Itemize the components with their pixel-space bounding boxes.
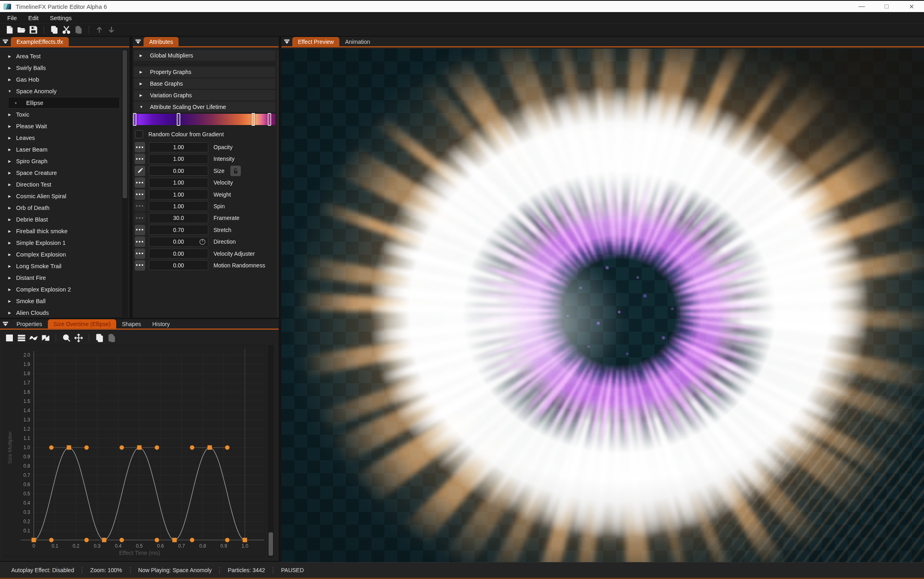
framerate-value-field[interactable]: 30.0 bbox=[149, 213, 208, 223]
intensity-value-field[interactable]: 1.00 bbox=[149, 154, 208, 164]
tree-item-cosmic-alien-spiral[interactable]: ▶Cosmic Alien Spiral bbox=[0, 190, 121, 202]
edit-graph-button[interactable] bbox=[135, 166, 145, 176]
tab-history[interactable]: History bbox=[147, 319, 176, 329]
step-curve-button[interactable] bbox=[39, 333, 51, 343]
chevron-right-icon[interactable]: ▶ bbox=[7, 264, 12, 268]
tree-item-complex-explosion[interactable]: ▶Complex Explosion bbox=[0, 248, 121, 260]
chevron-down-icon[interactable]: ▼ bbox=[7, 89, 12, 93]
chevron-right-icon[interactable]: ▶ bbox=[7, 311, 12, 315]
open-folder-button[interactable] bbox=[15, 25, 27, 35]
graph-scrollbar[interactable] bbox=[268, 345, 274, 557]
section-base-graphs[interactable]: ▶Base Graphs bbox=[134, 78, 275, 89]
tab-shapes[interactable]: Shapes bbox=[116, 319, 146, 329]
random-colour-checkbox[interactable] bbox=[135, 130, 143, 138]
direction-value-field[interactable]: 0.00 bbox=[149, 237, 208, 247]
tree-item-direction-test[interactable]: ▶Direction Test bbox=[0, 179, 121, 190]
chevron-right-icon[interactable]: ▶ bbox=[7, 206, 12, 210]
zoom-in-button[interactable] bbox=[60, 333, 72, 343]
tab-size-overtime-ellipse-[interactable]: Size Overtime (Ellipse) bbox=[48, 319, 116, 329]
close-button[interactable]: × bbox=[899, 1, 924, 12]
gradient-handle[interactable] bbox=[252, 113, 255, 126]
tree-item-debrie-blast[interactable]: ▶Debrie Blast bbox=[0, 214, 121, 225]
new-file-button[interactable] bbox=[3, 25, 15, 35]
tree-item-smoke-ball[interactable]: ▶Smoke Ball bbox=[0, 295, 121, 307]
tree-item-gas-hob[interactable]: ▶Gas Hob bbox=[0, 74, 121, 85]
move-button[interactable] bbox=[72, 333, 84, 343]
section-attribute-scaling-over-lifetime[interactable]: ▼Attribute Scaling Over Lifetime bbox=[134, 102, 275, 112]
options-button[interactable]: ●●● bbox=[135, 248, 145, 259]
chevron-right-icon[interactable]: ▶ bbox=[7, 171, 12, 175]
scrollbar-thumb[interactable] bbox=[123, 50, 127, 198]
motion-randomness-value-field[interactable]: 0.00 bbox=[149, 260, 208, 270]
gradient-handle[interactable] bbox=[133, 113, 136, 126]
scrollbar-thumb[interactable] bbox=[269, 532, 273, 556]
filter-icon[interactable] bbox=[133, 37, 144, 46]
lock-button[interactable] bbox=[230, 166, 241, 176]
chevron-right-icon[interactable]: ▶ bbox=[7, 78, 12, 82]
tree-item-laser-beam[interactable]: ▶Laser Beam bbox=[0, 144, 121, 155]
tree-item-alien-clouds[interactable]: ▶Alien Clouds bbox=[0, 307, 121, 316]
opacity-value-field[interactable]: 1.00 bbox=[149, 142, 208, 152]
weight-value-field[interactable]: 1.00 bbox=[149, 189, 208, 199]
square-button[interactable] bbox=[3, 333, 15, 343]
gradient-handle[interactable] bbox=[268, 113, 271, 126]
chevron-right-icon[interactable]: ▶ bbox=[7, 136, 12, 140]
lifetime-colour-gradient[interactable] bbox=[134, 114, 275, 125]
chevron-right-icon[interactable]: ▶ bbox=[7, 148, 12, 152]
chevron-right-icon[interactable]: ▶ bbox=[7, 66, 12, 70]
tab-attributes[interactable]: Attributes bbox=[144, 37, 179, 46]
tree-item-distant-fire[interactable]: ▶Distant Fire bbox=[0, 272, 121, 283]
filter-icon[interactable] bbox=[0, 37, 11, 46]
tree-item-orb-of-death[interactable]: ▶Orb of Death bbox=[0, 202, 121, 214]
chevron-right-icon[interactable]: ▶ bbox=[7, 299, 12, 303]
maximize-button[interactable]: □ bbox=[874, 1, 899, 12]
tree-item-long-smoke-trail[interactable]: ▶Long Smoke Trail bbox=[0, 260, 121, 272]
copy-button[interactable] bbox=[48, 25, 60, 35]
effect-preview-viewport[interactable] bbox=[281, 49, 924, 562]
section-property-graphs[interactable]: ▶Property Graphs bbox=[134, 67, 275, 77]
options-button[interactable]: ●●● bbox=[135, 177, 145, 188]
size-value-field[interactable]: 0.00 bbox=[149, 166, 208, 176]
graph-area[interactable]: 0.10.20.30.40.50.60.70.80.91.01.11.21.31… bbox=[3, 345, 265, 557]
spin-value-field[interactable]: 1.00 bbox=[149, 201, 208, 211]
tree-item-fireball-thick-smoke[interactable]: ▶Fireball thick smoke bbox=[0, 225, 121, 237]
effects-tree-scrollbar[interactable] bbox=[122, 49, 128, 317]
tab-exampleeffects-tfx[interactable]: ExampleEffects.tfx bbox=[11, 37, 69, 46]
tree-item-ellipse[interactable]: ●Ellipse bbox=[0, 97, 121, 109]
filter-icon[interactable] bbox=[281, 37, 292, 46]
cut-button[interactable] bbox=[60, 25, 72, 35]
copy-button[interactable] bbox=[93, 333, 105, 343]
chevron-right-icon[interactable]: ▶ bbox=[7, 124, 12, 128]
gradient-handle[interactable] bbox=[177, 113, 180, 126]
chevron-right-icon[interactable]: ▶ bbox=[7, 194, 12, 198]
menu-button[interactable] bbox=[15, 333, 27, 343]
menu-edit[interactable]: Edit bbox=[23, 14, 44, 21]
tab-properties[interactable]: Properties bbox=[11, 319, 48, 329]
chevron-right-icon[interactable]: ▶ bbox=[7, 229, 12, 233]
tab-effect-preview[interactable]: Effect Preview bbox=[292, 37, 339, 46]
tree-item-leaves[interactable]: ▶Leaves bbox=[0, 132, 121, 144]
velocity-adjuster-value-field[interactable]: 0.00 bbox=[149, 248, 208, 259]
tab-animation[interactable]: Animation bbox=[339, 37, 376, 46]
options-button[interactable]: ●●● bbox=[135, 142, 145, 152]
tree-item-please-wait[interactable]: ▶Please Wait bbox=[0, 120, 121, 132]
chevron-right-icon[interactable]: ▶ bbox=[7, 218, 12, 222]
stretch-value-field[interactable]: 0.70 bbox=[149, 225, 208, 235]
chevron-right-icon[interactable]: ▶ bbox=[7, 113, 12, 117]
minimize-button[interactable]: — bbox=[849, 1, 874, 12]
options-button[interactable]: ●●● bbox=[135, 236, 145, 247]
chevron-right-icon[interactable]: ▶ bbox=[7, 54, 12, 58]
tree-item-area-test[interactable]: ▶Area Test bbox=[0, 50, 121, 62]
options-button[interactable]: ●●● bbox=[135, 260, 145, 271]
chevron-right-icon[interactable]: ▶ bbox=[7, 241, 12, 245]
section-global-multipliers[interactable]: ▶Global Multipliers bbox=[134, 50, 275, 61]
options-button[interactable]: ●●● bbox=[135, 225, 145, 235]
chevron-right-icon[interactable]: ▶ bbox=[7, 276, 12, 280]
options-button[interactable]: ●●● bbox=[135, 154, 145, 164]
menu-file[interactable]: File bbox=[2, 14, 23, 21]
tree-item-space-anomoly[interactable]: ▼Space Anomoly bbox=[0, 85, 121, 97]
size-overtime-chart[interactable]: 0.10.20.30.40.50.60.70.80.91.01.11.21.31… bbox=[4, 345, 266, 558]
sine-curve-button[interactable] bbox=[27, 333, 39, 343]
section-variation-graphs[interactable]: ▶Variation Graphs bbox=[134, 90, 275, 101]
tree-item-space-creature[interactable]: ▶Space Creature bbox=[0, 167, 121, 179]
